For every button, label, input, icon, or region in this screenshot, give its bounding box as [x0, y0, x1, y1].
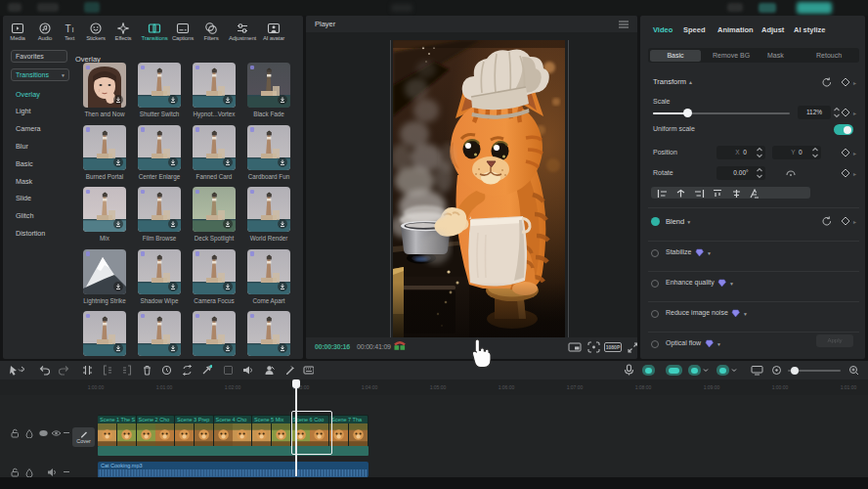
svg-text:T: T	[65, 23, 70, 34]
svg-text:I: I	[71, 25, 73, 34]
